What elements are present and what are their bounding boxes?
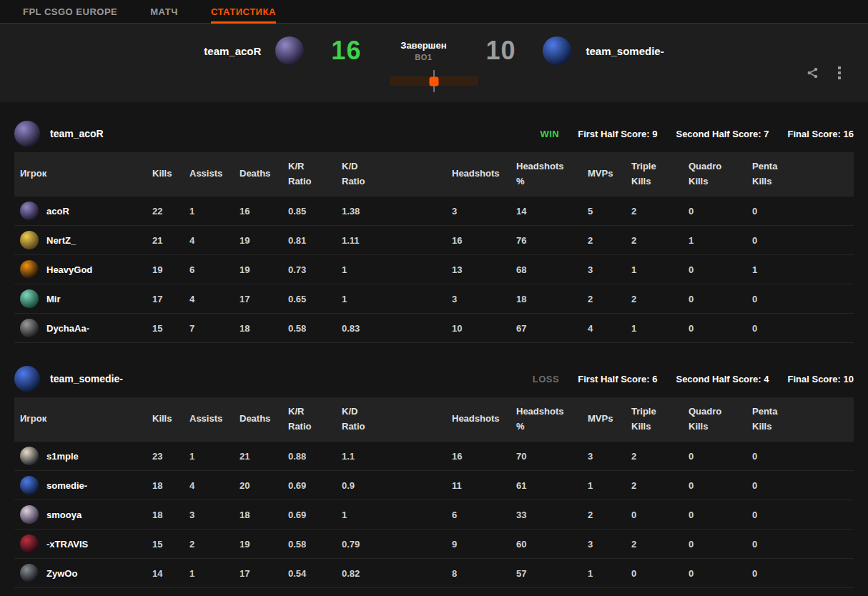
team1-name[interactable]: team_acoR [204, 45, 261, 57]
stat-deaths: 18 [240, 510, 288, 520]
team-avatar[interactable] [14, 121, 40, 146]
player-avatar[interactable] [20, 231, 39, 249]
share-icon[interactable] [805, 66, 819, 80]
team-name[interactable]: team_somedie- [50, 373, 123, 384]
header-actions [805, 65, 841, 80]
stat-quadro-kills: 0 [689, 323, 752, 334]
stat-deaths: 21 [240, 451, 288, 462]
stat-assists: 2 [189, 539, 240, 550]
stat-kd-ratio: 1.11 [342, 235, 452, 246]
stat-headshots: 3 [452, 206, 516, 217]
top-nav: FPL CSGO EUROPE МАТЧ СТАТИСТИКА [0, 0, 868, 24]
stat-assists: 6 [189, 264, 240, 275]
team-name[interactable]: team_acoR [50, 128, 104, 139]
stat-triple-kills: 2 [631, 480, 689, 491]
col-header-quadro-kills: Quadro Kills [689, 404, 752, 433]
stat-penta-kills: 0 [752, 510, 848, 520]
match-status: Завершен [385, 40, 461, 51]
col-header-deaths: Deaths [240, 167, 288, 181]
stat-headshots-pct: 76 [516, 235, 588, 246]
stat-kr-ratio: 0.65 [288, 294, 342, 304]
player-avatar[interactable] [20, 564, 39, 582]
col-header-triple-kills: Triple Kills [631, 159, 689, 188]
player-nickname[interactable]: -xTRAVIS [46, 539, 88, 550]
stat-headshots-pct: 68 [516, 264, 588, 275]
stat-kd-ratio: 0.82 [342, 568, 452, 579]
table-header-row: ИгрокKillsAssistsDeathsK/R RatioK/D Rati… [14, 152, 854, 196]
statistics-content: team_acoR WIN First Half Score: 9 Second… [0, 115, 868, 588]
stat-kills: 15 [152, 539, 189, 550]
stat-triple-kills: 2 [631, 539, 689, 550]
player-avatar[interactable] [20, 476, 39, 495]
stat-assists: 1 [189, 451, 240, 462]
first-half-score: First Half Score: 6 [578, 374, 657, 384]
stat-headshots: 6 [452, 510, 516, 520]
stat-kills: 23 [152, 451, 189, 462]
player-nickname[interactable]: ZywOo [46, 568, 77, 579]
player-avatar[interactable] [20, 505, 39, 524]
team2-logo[interactable] [543, 36, 571, 65]
round-timeline-slider[interactable] [390, 76, 478, 86]
stat-headshots-pct: 61 [516, 480, 588, 491]
player-nickname[interactable]: somedie- [46, 480, 87, 491]
stat-mvps: 3 [588, 451, 631, 462]
player-avatar[interactable] [20, 260, 39, 279]
stat-assists: 4 [189, 480, 240, 491]
stat-penta-kills: 0 [752, 206, 848, 217]
team2-name[interactable]: team_somedie- [586, 45, 664, 57]
stat-kr-ratio: 0.81 [288, 235, 342, 246]
stat-headshots: 8 [452, 568, 516, 579]
stat-deaths: 19 [240, 539, 288, 550]
timeline-handle[interactable] [430, 76, 439, 86]
stat-headshots: 16 [452, 451, 516, 462]
tab-match[interactable]: МАТЧ [150, 0, 178, 23]
stat-mvps: 5 [588, 206, 631, 217]
player-row: NertZ_ 21 4 19 0.81 1.11 16 76 2 2 1 0 [14, 225, 854, 254]
player-nickname[interactable]: NertZ_ [46, 235, 76, 246]
stat-quadro-kills: 0 [689, 539, 752, 550]
player-avatar[interactable] [20, 447, 39, 465]
stat-headshots: 16 [452, 235, 516, 246]
player-nickname[interactable]: HeavyGod [46, 264, 92, 275]
stat-penta-kills: 0 [752, 480, 848, 491]
col-header-kills: Kills [152, 412, 189, 426]
player-row: DychaAa- 15 7 18 0.58 0.83 10 67 4 1 0 0 [14, 313, 854, 342]
tab-statistics[interactable]: СТАТИСТИКА [211, 0, 276, 23]
col-header-headshots-pct: Headshots % [516, 404, 588, 433]
player-avatar[interactable] [20, 202, 39, 220]
more-options-icon[interactable] [838, 65, 841, 80]
player-row: HeavyGod 19 6 19 0.73 1 13 68 3 1 0 1 [14, 254, 854, 284]
player-avatar[interactable] [20, 535, 39, 553]
stat-headshots-pct: 60 [516, 539, 588, 550]
table-header-row: ИгрокKillsAssistsDeathsK/R RatioK/D Rati… [14, 397, 854, 441]
stat-penta-kills: 0 [752, 235, 848, 246]
player-nickname[interactable]: acoR [46, 206, 69, 217]
stat-quadro-kills: 0 [689, 568, 752, 579]
stat-kr-ratio: 0.69 [288, 480, 342, 491]
team-avatar[interactable] [14, 366, 40, 392]
stat-kd-ratio: 1 [342, 264, 452, 275]
col-header-kd-ratio: K/D Ratio [342, 159, 452, 188]
team1-logo[interactable] [275, 36, 304, 65]
player-nickname[interactable]: Mir [46, 294, 61, 304]
stat-assists: 1 [189, 568, 240, 579]
col-header-headshots: Headshots [452, 167, 516, 181]
stat-quadro-kills: 0 [689, 264, 752, 275]
stat-headshots-pct: 67 [516, 323, 588, 334]
col-header-player: Игрок [20, 412, 152, 426]
team1-stats-section: team_acoR WIN First Half Score: 9 Second… [14, 115, 854, 343]
col-header-penta-kills: Penta Kills [752, 159, 848, 188]
result-badge: LOSS [533, 374, 559, 384]
player-row: Mir 17 4 17 0.65 1 3 18 2 2 0 0 [14, 284, 854, 313]
player-nickname[interactable]: s1mple [46, 451, 79, 462]
stat-assists: 1 [189, 206, 240, 217]
stat-mvps: 3 [588, 264, 631, 275]
tab-fpl-csgo-europe[interactable]: FPL CSGO EUROPE [23, 0, 117, 23]
player-avatar[interactable] [20, 289, 39, 308]
player-nickname[interactable]: smooya [46, 510, 82, 520]
final-score: Final Score: 10 [788, 374, 854, 384]
player-nickname[interactable]: DychaAa- [46, 323, 89, 334]
player-avatar[interactable] [20, 319, 39, 337]
stat-mvps: 2 [588, 294, 631, 304]
stat-kr-ratio: 0.58 [288, 323, 342, 334]
